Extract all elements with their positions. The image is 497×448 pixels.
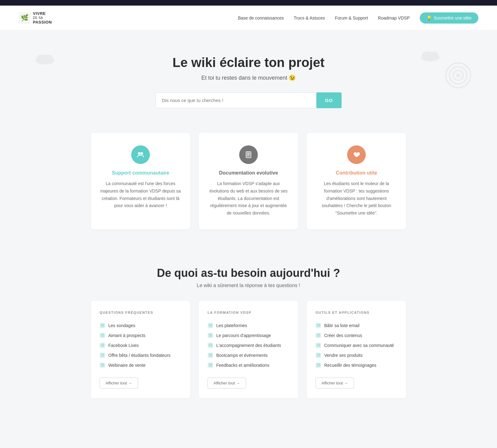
svg-point-4 [43,55,53,62]
svg-point-12 [138,152,141,155]
category-heading-formation: LA FORMATION VDSP [208,311,289,314]
list-icon [316,323,321,328]
category-list-questions: Les sondages Aimant à prospects Facebook… [100,321,181,370]
svg-point-7 [428,51,438,59]
feature-desc-support: La communauté est l'une des forces majeu… [100,180,181,210]
feature-desc-contribution: Les étudiants sont le moteur de la forma… [316,180,397,217]
list-icon [208,343,213,348]
list-icon [100,323,105,328]
support-icon [131,145,150,164]
submit-idea-button[interactable]: 💡 Soumettre une idée [420,12,478,24]
cloud-decoration-1 [34,52,56,64]
list-icon [208,323,213,328]
list-item[interactable]: Facebook Lives [100,340,181,350]
main-nav: Base de connaissances Trucs & Astuces Fo… [238,12,478,24]
hero-section: Le wiki éclaire ton projet Et toi tu res… [0,30,497,127]
list-icon [316,333,321,338]
feature-title-contribution: Contribution utile [316,170,397,176]
svg-point-13 [141,152,143,155]
top-bar [0,0,497,6]
feature-title-support: Support communautaire [100,170,181,176]
category-list-outils: Bâtir sa liste email Créer des contenus … [316,321,397,370]
search-input[interactable] [155,92,316,108]
search-button[interactable]: GO [316,92,342,108]
logo[interactable]: 🌿 VIVRE de sa PASSION [19,11,52,24]
nav-forum-support[interactable]: Forum & Support [335,16,368,20]
logo-text: VIVRE de sa PASSION [33,11,52,24]
list-item[interactable]: Les plateformes [208,321,289,330]
list-item[interactable]: Bâtir sa liste email [316,321,397,330]
list-icon [100,353,105,358]
afficher-tout-button-formation[interactable]: Afficher tout → [208,378,246,388]
list-item[interactable]: Communiquer avec sa communauté [316,340,397,350]
features-section: Support communautaire La communauté est … [0,127,497,248]
list-item[interactable]: Créer des contenus [316,330,397,340]
list-item[interactable]: Aimant à prospects [100,330,181,340]
list-item[interactable]: Feedbacks et améliorations [208,360,289,370]
feature-desc-docs: La formation VDSP s'adapte aux évolution… [208,180,289,217]
hero-subtitle: Et toi tu restes dans le mouvement 😉 [6,74,491,81]
svg-rect-14 [246,152,251,158]
list-icon [208,362,213,368]
list-item[interactable]: Le parcours d'apprentissage [208,330,289,340]
list-item[interactable]: Recueillir des témoignages [316,360,397,370]
category-list-formation: Les plateformes Le parcours d'apprentiss… [208,321,289,370]
list-icon [100,333,105,338]
category-card-formation: LA FORMATION VDSP Les plateformes Le par… [199,301,298,398]
category-heading-questions: QUESTIONS FRÉQUENTES [100,311,181,314]
list-icon [100,362,105,368]
target-decoration [444,61,472,89]
list-icon [208,333,213,338]
feature-title-docs: Documentation evolutive [208,170,289,176]
categories-section: QUESTIONS FRÉQUENTES Les sondages Aimant… [0,301,497,417]
category-card-questions: QUESTIONS FRÉQUENTES Les sondages Aimant… [91,301,190,398]
hero-title: Le wiki éclaire ton projet [6,55,491,70]
section2-title-area: De quoi as-tu besoin aujourd'hui ? Le wi… [0,248,497,301]
cloud-decoration-2 [419,49,441,61]
feature-card-support: Support communautaire La communauté est … [91,133,190,229]
list-item[interactable]: Webinaire de vente [100,360,181,370]
list-icon [316,343,321,348]
docs-icon [239,145,258,164]
section2-subtitle: Le wiki a sûrement la réponse à tes ques… [6,283,491,288]
list-icon [316,362,321,368]
category-heading-outils: OUTILS ET APPLICATIONS [316,311,397,314]
afficher-tout-button-questions[interactable]: Afficher tout → [100,378,138,388]
list-icon [208,353,213,358]
afficher-tout-button-outils[interactable]: Afficher tout → [316,378,354,388]
nav-trucs-astuces[interactable]: Trucs & Astuces [294,16,325,20]
svg-text:🌿: 🌿 [21,14,29,21]
list-item[interactable]: Bootcamps et évènements [208,350,289,360]
list-icon [316,353,321,358]
list-icon [100,343,105,348]
list-item[interactable]: Vendre ses produits [316,350,397,360]
svg-point-11 [456,73,460,77]
list-item[interactable]: Les sondages [100,321,181,330]
category-card-outils: OUTILS ET APPLICATIONS Bâtir sa liste em… [307,301,406,398]
list-item[interactable]: Offre bêta / étudiants fondateurs [100,350,181,360]
nav-base-connaissances[interactable]: Base de connaissances [238,16,284,20]
header: 🌿 VIVRE de sa PASSION Base de connaissan… [0,6,497,30]
section2-title: De quoi as-tu besoin aujourd'hui ? [6,267,491,280]
feature-card-docs: Documentation evolutive La formation VDS… [199,133,298,229]
feature-card-contribution: Contribution utile Les étudiants sont le… [307,133,406,229]
contribution-icon [347,145,366,164]
nav-roadmap[interactable]: Roadmap VDSP [378,16,410,20]
lightbulb-icon: 💡 [427,16,432,20]
search-bar: GO [155,92,342,108]
list-item[interactable]: L'accompagnement des étudiants [208,340,289,350]
